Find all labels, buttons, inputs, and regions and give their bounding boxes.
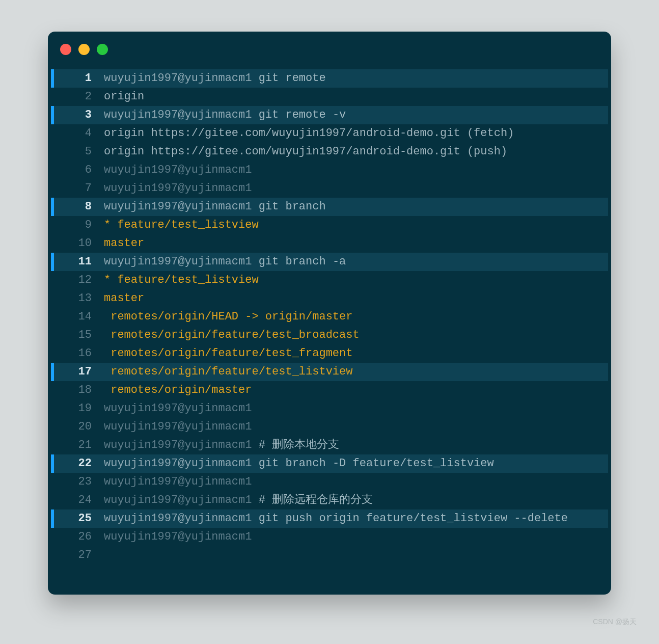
line-number: 26 bbox=[54, 528, 101, 546]
shell-command: # 删除远程仓库的分支 bbox=[252, 494, 373, 506]
code-line: 25wuyujin1997@yujinmacm1 git push origin… bbox=[51, 509, 608, 528]
code-line: 24wuyujin1997@yujinmacm1 # 删除远程仓库的分支 bbox=[51, 491, 608, 509]
line-content: * feature/test_listview bbox=[101, 216, 608, 234]
shell-prompt: wuyujin1997@yujinmacm1 bbox=[104, 402, 252, 415]
shell-output: remotes/origin/feature/test_listview bbox=[104, 365, 352, 378]
shell-output: origin https://gitee.com/wuyujin1997/and… bbox=[104, 127, 514, 140]
shell-prompt: wuyujin1997@yujinmacm1 bbox=[104, 200, 252, 213]
line-content: origin https://gitee.com/wuyujin1997/and… bbox=[101, 143, 608, 161]
shell-output: remotes/origin/feature/test_broadcast bbox=[104, 329, 360, 341]
line-content: * feature/test_listview bbox=[101, 271, 608, 289]
shell-command: git remote bbox=[252, 72, 325, 85]
line-number: 2 bbox=[54, 88, 101, 106]
code-line: 3wuyujin1997@yujinmacm1 git remote -v bbox=[51, 106, 608, 124]
line-number: 17 bbox=[54, 363, 101, 381]
shell-command: git branch bbox=[252, 200, 325, 213]
line-content: origin https://gitee.com/wuyujin1997/and… bbox=[101, 124, 608, 143]
line-content: wuyujin1997@yujinmacm1 git branch -a bbox=[101, 253, 608, 271]
shell-output: master bbox=[104, 237, 144, 250]
watermark: CSDN @扬天 bbox=[593, 618, 637, 627]
line-number: 21 bbox=[54, 436, 101, 454]
shell-output: remotes/origin/feature/test_fragment bbox=[104, 347, 352, 360]
line-number: 12 bbox=[54, 271, 101, 289]
line-number: 7 bbox=[54, 179, 101, 198]
line-number: 22 bbox=[54, 454, 101, 473]
line-content: wuyujin1997@yujinmacm1 bbox=[101, 473, 608, 491]
line-number: 11 bbox=[54, 253, 101, 271]
line-content: master bbox=[101, 234, 608, 253]
line-number: 27 bbox=[54, 546, 101, 565]
line-number: 9 bbox=[54, 216, 101, 234]
line-number: 25 bbox=[54, 509, 101, 528]
shell-command: git remote -v bbox=[252, 109, 346, 121]
shell-prompt: wuyujin1997@yujinmacm1 bbox=[104, 109, 252, 121]
code-line: 2origin bbox=[51, 88, 608, 106]
line-number: 14 bbox=[54, 308, 101, 326]
line-number: 4 bbox=[54, 124, 101, 143]
shell-prompt: wuyujin1997@yujinmacm1 bbox=[104, 164, 252, 176]
line-content: wuyujin1997@yujinmacm1 git branch bbox=[101, 198, 608, 216]
code-line: 11wuyujin1997@yujinmacm1 git branch -a bbox=[51, 253, 608, 271]
shell-prompt: wuyujin1997@yujinmacm1 bbox=[104, 494, 252, 506]
line-content: wuyujin1997@yujinmacm1 bbox=[101, 418, 608, 436]
code-line: 4origin https://gitee.com/wuyujin1997/an… bbox=[51, 124, 608, 143]
line-content: remotes/origin/master bbox=[101, 381, 608, 399]
line-number: 13 bbox=[54, 289, 101, 308]
shell-prompt: wuyujin1997@yujinmacm1 bbox=[104, 72, 252, 85]
line-number: 15 bbox=[54, 326, 101, 344]
code-line: 18 remotes/origin/master bbox=[51, 381, 608, 399]
line-number: 19 bbox=[54, 399, 101, 418]
code-line: 14 remotes/origin/HEAD -> origin/master bbox=[51, 308, 608, 326]
line-number: 5 bbox=[54, 143, 101, 161]
code-line: 19wuyujin1997@yujinmacm1 bbox=[51, 399, 608, 418]
shell-command: git branch -a bbox=[252, 255, 346, 268]
shell-output: master bbox=[104, 292, 144, 305]
line-content: wuyujin1997@yujinmacm1 # 删除远程仓库的分支 bbox=[101, 491, 608, 509]
shell-command: git branch -D feature/test_listview bbox=[252, 457, 493, 470]
code-line: 15 remotes/origin/feature/test_broadcast bbox=[51, 326, 608, 344]
line-content: wuyujin1997@yujinmacm1 # 删除本地分支 bbox=[101, 436, 608, 454]
code-line: 1wuyujin1997@yujinmacm1 git remote bbox=[51, 69, 608, 88]
shell-prompt: wuyujin1997@yujinmacm1 bbox=[104, 255, 252, 268]
code-line: 7wuyujin1997@yujinmacm1 bbox=[51, 179, 608, 198]
code-line: 16 remotes/origin/feature/test_fragment bbox=[51, 344, 608, 363]
line-number: 8 bbox=[54, 198, 101, 216]
code-line: 21wuyujin1997@yujinmacm1 # 删除本地分支 bbox=[51, 436, 608, 454]
shell-output: * feature/test_listview bbox=[104, 274, 259, 286]
shell-output: origin https://gitee.com/wuyujin1997/and… bbox=[104, 145, 507, 158]
shell-prompt: wuyujin1997@yujinmacm1 bbox=[104, 457, 252, 470]
line-content bbox=[101, 546, 608, 565]
shell-prompt: wuyujin1997@yujinmacm1 bbox=[104, 439, 252, 451]
line-content: wuyujin1997@yujinmacm1 bbox=[101, 399, 608, 418]
shell-prompt: wuyujin1997@yujinmacm1 bbox=[104, 530, 252, 543]
line-content: wuyujin1997@yujinmacm1 git remote bbox=[101, 69, 608, 88]
line-number: 6 bbox=[54, 161, 101, 179]
code-line: 22wuyujin1997@yujinmacm1 git branch -D f… bbox=[51, 454, 608, 473]
window-controls bbox=[60, 44, 108, 55]
code-line: 17 remotes/origin/feature/test_listview bbox=[51, 363, 608, 381]
shell-prompt: wuyujin1997@yujinmacm1 bbox=[104, 475, 252, 488]
code-line: 26wuyujin1997@yujinmacm1 bbox=[51, 528, 608, 546]
line-content: wuyujin1997@yujinmacm1 git remote -v bbox=[101, 106, 608, 124]
close-icon[interactable] bbox=[60, 44, 71, 55]
shell-prompt: wuyujin1997@yujinmacm1 bbox=[104, 420, 252, 433]
line-content: remotes/origin/feature/test_broadcast bbox=[101, 326, 608, 344]
minimize-icon[interactable] bbox=[78, 44, 90, 55]
line-content: remotes/origin/HEAD -> origin/master bbox=[101, 308, 608, 326]
line-content: master bbox=[101, 289, 608, 308]
code-line: 9* feature/test_listview bbox=[51, 216, 608, 234]
line-number: 23 bbox=[54, 473, 101, 491]
terminal-window: 1wuyujin1997@yujinmacm1 git remote2origi… bbox=[48, 32, 611, 595]
line-content: wuyujin1997@yujinmacm1 bbox=[101, 179, 608, 198]
shell-output: remotes/origin/master bbox=[104, 384, 252, 396]
line-number: 3 bbox=[54, 106, 101, 124]
line-content: remotes/origin/feature/test_fragment bbox=[101, 344, 608, 363]
shell-prompt: wuyujin1997@yujinmacm1 bbox=[104, 182, 252, 195]
line-content: remotes/origin/feature/test_listview bbox=[101, 363, 608, 381]
line-content: wuyujin1997@yujinmacm1 bbox=[101, 528, 608, 546]
shell-prompt: wuyujin1997@yujinmacm1 bbox=[104, 512, 252, 525]
line-number: 20 bbox=[54, 418, 101, 436]
line-number: 1 bbox=[54, 69, 101, 88]
code-line: 23wuyujin1997@yujinmacm1 bbox=[51, 473, 608, 491]
maximize-icon[interactable] bbox=[97, 44, 108, 55]
